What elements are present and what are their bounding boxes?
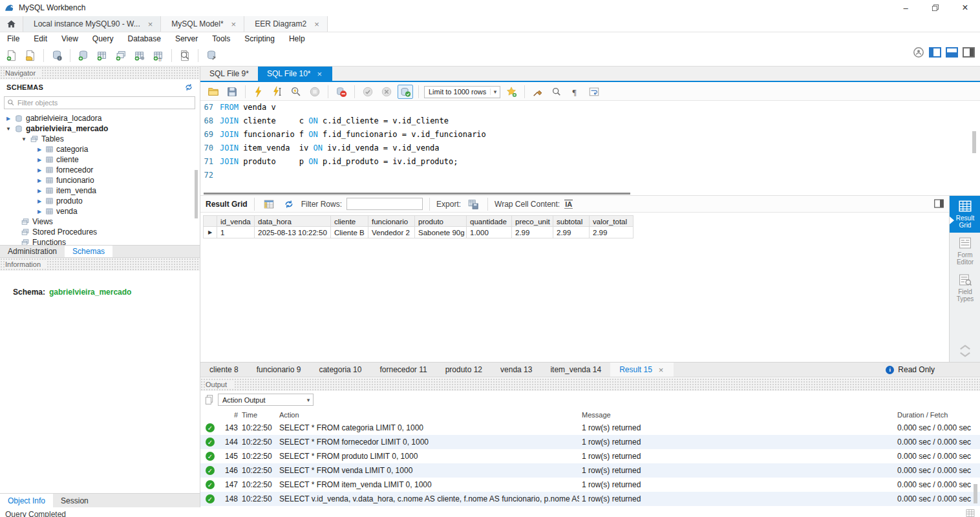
output-row[interactable]: ✓14710:22:50SELECT * FROM item_venda LIM…: [200, 478, 980, 492]
close-icon[interactable]: ×: [147, 19, 154, 29]
menu-database[interactable]: Database: [121, 34, 168, 43]
copy-output-icon[interactable]: [204, 394, 214, 405]
toggle-right-panel-icon[interactable]: [963, 47, 975, 58]
grid-column-header[interactable]: subtotal: [553, 215, 590, 227]
menu-query[interactable]: Query: [85, 34, 121, 43]
navigator-tab-administration[interactable]: Administration: [0, 246, 65, 257]
invisible-chars-icon[interactable]: ¶: [568, 85, 583, 99]
tree-item-cliente[interactable]: ▶cliente: [0, 154, 200, 165]
grid-cell[interactable]: 2.99: [590, 227, 634, 238]
toggle-bottom-panel-icon[interactable]: [946, 47, 958, 58]
inspector-icon[interactable]: i: [49, 48, 65, 63]
home-tab[interactable]: [0, 16, 23, 32]
commit-icon[interactable]: [360, 85, 376, 99]
grid-column-header[interactable]: produto: [415, 215, 467, 227]
stop-icon[interactable]: [307, 85, 323, 99]
tree-item-views[interactable]: Views: [0, 216, 200, 227]
create-function-icon[interactable]: (): [151, 48, 166, 63]
result-tab-fornecedor-11[interactable]: fornecedor 11: [370, 363, 436, 377]
panel-button-form-editor[interactable]: FormEditor: [950, 233, 980, 269]
chevron-down-icon[interactable]: ▼: [5, 126, 12, 132]
result-tab-cliente-8[interactable]: cliente 8: [200, 363, 248, 377]
chevron-right-icon[interactable]: ▶: [36, 157, 43, 163]
chevron-down-icon[interactable]: [959, 352, 971, 357]
close-icon[interactable]: ×: [316, 69, 324, 79]
restore-button[interactable]: [921, 0, 950, 16]
sql-file-tab-0[interactable]: SQL File 9*: [200, 67, 258, 81]
result-tab-venda-13[interactable]: venda 13: [491, 363, 541, 377]
close-button[interactable]: ×: [950, 0, 980, 16]
result-tab-categoria-10[interactable]: categoria 10: [310, 363, 370, 377]
menu-edit[interactable]: Edit: [27, 34, 54, 43]
result-tab-produto-12[interactable]: produto 12: [436, 363, 491, 377]
minimize-button[interactable]: –: [891, 0, 921, 16]
footer-tab-object-info[interactable]: Object Info: [0, 494, 53, 507]
main-tab-2[interactable]: EER Diagram2×: [244, 16, 328, 32]
output-row[interactable]: ✓14510:22:50SELECT * FROM produto LIMIT …: [200, 449, 980, 463]
rollback-icon[interactable]: [379, 85, 394, 99]
grid-column-header[interactable]: preco_unit: [512, 215, 553, 227]
grid-column-header[interactable]: data_hora: [255, 215, 331, 227]
main-tab-0[interactable]: Local instance MySQL90 - W...×: [23, 16, 161, 32]
output-row[interactable]: ✓14310:22:50SELECT * FROM categoria LIMI…: [200, 421, 980, 435]
result-grid-table[interactable]: id_vendadata_horaclientefuncionarioprodu…: [203, 215, 634, 238]
grid-column-header[interactable]: quantidade: [467, 215, 512, 227]
tree-item-tables[interactable]: ▼Tables: [0, 134, 200, 144]
chevron-right-icon[interactable]: ▶: [36, 188, 43, 194]
chevron-right-icon[interactable]: ▶: [36, 209, 43, 215]
close-icon[interactable]: ×: [313, 19, 321, 29]
result-tab-funcionario-9[interactable]: funcionario 9: [248, 363, 310, 377]
wrap-cell-content-icon[interactable]: IA: [564, 200, 573, 209]
sql-code-editor[interactable]: 67FROM venda v68JOIN cliente c ON c.id_c…: [200, 101, 980, 191]
export-recordset-icon[interactable]: [465, 197, 481, 211]
explain-icon[interactable]: [288, 85, 304, 99]
grid-cell[interactable]: Sabonete 90g: [415, 227, 467, 238]
grid-cell[interactable]: Cliente B: [331, 227, 368, 238]
chevron-down-icon[interactable]: ▼: [21, 136, 27, 142]
result-tab-item_venda-14[interactable]: item_venda 14: [541, 363, 610, 377]
toggle-left-panel-icon[interactable]: [929, 47, 941, 58]
output-row[interactable]: ✓14610:22:50SELECT * FROM venda LIMIT 0,…: [200, 463, 980, 478]
tree-item-fornecedor[interactable]: ▶fornecedor: [0, 165, 200, 175]
create-schema-icon[interactable]: [76, 48, 91, 63]
chevron-right-icon[interactable]: ▶: [36, 147, 43, 153]
result-tab-result-15[interactable]: Result 15×: [610, 363, 674, 377]
open-file-icon[interactable]: [206, 85, 221, 99]
tree-item-produto[interactable]: ▶produto: [0, 196, 200, 206]
execute-current-icon[interactable]: [270, 85, 285, 99]
grid-cell[interactable]: 2.99: [553, 227, 590, 238]
sql-file-tab-1[interactable]: SQL File 10*×: [258, 67, 332, 81]
menu-server[interactable]: Server: [168, 34, 205, 43]
output-row[interactable]: ✓14810:22:50SELECT v.id_venda, v.data_ho…: [200, 492, 980, 506]
grid-column-header[interactable]: funcionario: [368, 215, 415, 227]
panel-button-result-grid[interactable]: ResultGrid: [950, 196, 980, 233]
clean-icon[interactable]: [530, 85, 546, 99]
chevron-right-icon[interactable]: ▶: [5, 116, 12, 121]
limit-rows-dropdown[interactable]: Limit to 1000 rows▾: [424, 86, 500, 98]
grid-column-header[interactable]: id_venda: [217, 215, 255, 227]
create-procedure-icon[interactable]: [132, 48, 147, 63]
panel-button-field-types[interactable]: FieldTypes: [950, 269, 980, 306]
grid-cell[interactable]: 1.000: [467, 227, 512, 238]
schema-filter-input[interactable]: [17, 99, 192, 107]
grid-cell[interactable]: Vendedor 2: [368, 227, 415, 238]
tree-item-stored-procedures[interactable]: Stored Procedures: [0, 227, 200, 237]
refresh-schemas-icon[interactable]: [184, 83, 193, 92]
favorites-icon[interactable]: [504, 85, 519, 99]
search-objects-icon[interactable]: [177, 48, 193, 63]
chevron-right-icon[interactable]: ▶: [36, 198, 43, 204]
chevron-right-icon[interactable]: ▶: [36, 167, 43, 173]
grid-cell[interactable]: 2.99: [512, 227, 553, 238]
save-icon[interactable]: [224, 85, 240, 99]
output-view-selector[interactable]: Action Output▾: [218, 394, 314, 406]
close-icon[interactable]: ×: [230, 19, 238, 29]
tree-item-item_venda[interactable]: ▶item_venda: [0, 185, 200, 196]
tree-item-categoria[interactable]: ▶categoria: [0, 144, 200, 154]
grid-cell[interactable]: 2025-08-13 10:22:50: [255, 227, 331, 238]
create-table-icon[interactable]: [94, 48, 110, 63]
wrap-text-icon[interactable]: [586, 85, 602, 99]
output-row[interactable]: ✓14410:22:50SELECT * FROM fornecedor LIM…: [200, 435, 980, 449]
tree-scrollbar[interactable]: [195, 170, 198, 218]
menu-view[interactable]: View: [54, 34, 85, 43]
grid-column-header[interactable]: valor_total: [590, 215, 634, 227]
